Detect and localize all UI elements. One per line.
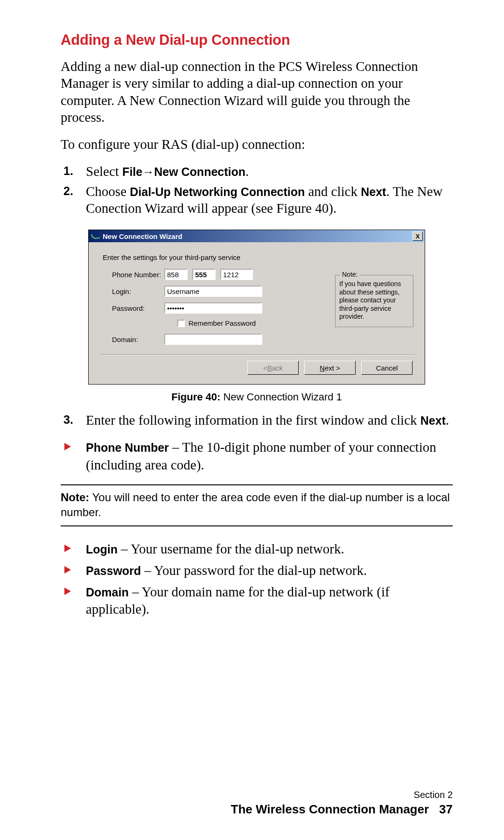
- login-input[interactable]: [164, 286, 262, 297]
- section-heading: Adding a New Dial-up Connection: [61, 32, 453, 49]
- bullet-login: Login – Your username for the dial-up ne…: [61, 540, 453, 558]
- phone-line-input[interactable]: [220, 269, 253, 280]
- label-phone: Phone Number:: [99, 271, 164, 279]
- step-3: 3. Enter the following information in th…: [61, 412, 453, 428]
- phone-area-input[interactable]: [164, 269, 188, 280]
- titlebar: New Connection Wizard X: [89, 230, 425, 242]
- close-button[interactable]: X: [413, 231, 423, 241]
- label-password: Password:: [99, 304, 164, 312]
- back-button[interactable]: < Back: [247, 361, 299, 375]
- menu-file: File: [122, 165, 142, 178]
- new-connection-wizard-dialog: New Connection Wizard X Enter the settin…: [88, 230, 425, 385]
- step-1: 1. Select File→New Connection.: [61, 163, 453, 180]
- page-footer: Section 2 The Wireless Connection Manage…: [231, 790, 453, 817]
- triangle-icon: [64, 588, 71, 595]
- wizard-prompt: Enter the settings for your third-party …: [103, 253, 414, 261]
- bullet-phone: Phone Number – The 10-digit phone number…: [61, 439, 453, 474]
- bullet-domain: Domain – Your domain name for the dial-u…: [61, 583, 453, 618]
- note-frame-text: If you have questions about these settin…: [339, 280, 401, 320]
- step-number: 3.: [63, 413, 73, 427]
- label-domain: Domain:: [99, 336, 164, 343]
- menu-new-connection: New Connection: [154, 165, 245, 178]
- next-button[interactable]: Next >: [304, 361, 356, 375]
- step-number: 1.: [63, 164, 73, 178]
- window-title: New Connection Wizard: [103, 232, 182, 240]
- note-block: Note: You will need to enter the area co…: [61, 484, 453, 527]
- step-2: 2. Choose Dial-Up Networking Connection …: [61, 183, 453, 217]
- wizard-icon: [91, 233, 100, 240]
- button-ref-next: Next: [361, 185, 386, 198]
- lead-paragraph: To configure your RAS (dial-up) connecti…: [61, 136, 453, 153]
- note-frame-title: Note:: [340, 271, 359, 279]
- arrow-icon: →: [142, 165, 154, 178]
- separator: [99, 354, 414, 355]
- cancel-button[interactable]: Cancel: [361, 361, 413, 375]
- note-frame: Note: If you have questions about these …: [335, 275, 413, 327]
- figure-caption: Figure 40: New Connection Wizard 1: [61, 391, 453, 403]
- button-ref-next: Next: [420, 414, 446, 427]
- triangle-icon: [64, 545, 71, 552]
- footer-title: The Wireless Connection Manager: [231, 802, 429, 816]
- triangle-icon: [64, 443, 71, 450]
- phone-prefix-input[interactable]: [192, 269, 216, 280]
- close-icon: X: [416, 233, 420, 240]
- bullet-password: Password – Your password for the dial-up…: [61, 562, 453, 580]
- step-text: Choose: [86, 184, 130, 199]
- footer-section: Section 2: [231, 790, 453, 800]
- intro-paragraph: Adding a new dial-up connection in the P…: [61, 58, 453, 126]
- domain-input[interactable]: [164, 334, 262, 345]
- step-text: Select: [86, 164, 122, 179]
- label-remember: Remember Password: [189, 319, 256, 327]
- page-number: 37: [439, 802, 453, 816]
- option-dialup: Dial-Up Networking Connection: [130, 185, 305, 198]
- password-input[interactable]: [164, 302, 262, 314]
- step-text: Enter the following information in the f…: [86, 413, 420, 427]
- triangle-icon: [64, 566, 71, 574]
- label-login: Login:: [99, 287, 164, 295]
- step-number: 2.: [63, 184, 73, 198]
- remember-checkbox[interactable]: [177, 320, 185, 327]
